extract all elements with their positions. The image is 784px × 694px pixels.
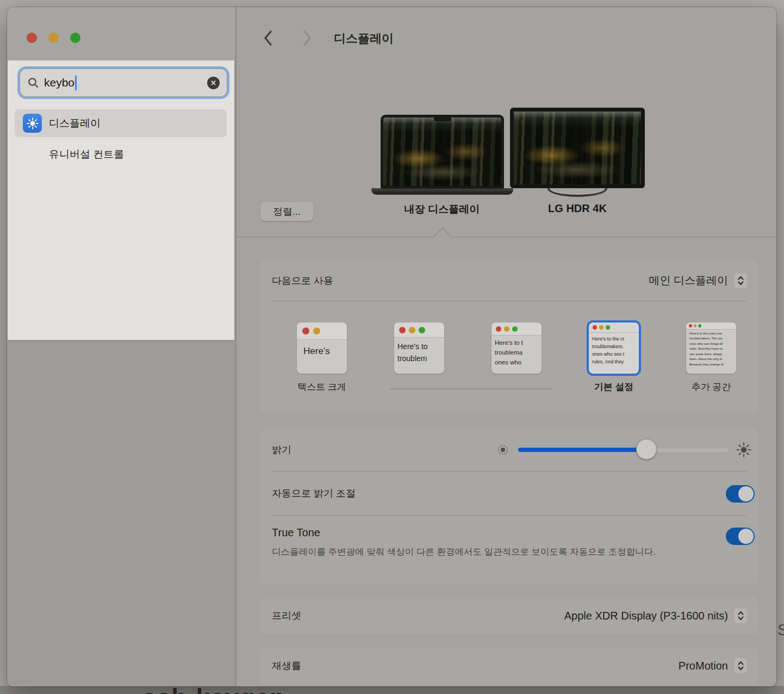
toggle-knob xyxy=(738,529,754,544)
arrange-button[interactable]: 정렬... xyxy=(260,201,314,221)
screenshot-stage: ssh-keygen S keybo ✕ xyxy=(0,0,784,694)
use-as-card: 다음으로 사용 메인 디스플레이 Here's Here's totrouble… xyxy=(260,260,758,413)
brightness-card: 밝기 xyxy=(260,429,758,585)
page-title: 디스플레이 xyxy=(334,30,394,47)
clear-search-icon[interactable]: ✕ xyxy=(207,77,220,89)
zoom-button[interactable] xyxy=(70,33,80,43)
sidebar-item-label: 유니버설 컨트롤 xyxy=(49,147,124,162)
brightness-low-icon xyxy=(497,444,509,456)
external-display-label: LG HDR 4K xyxy=(518,202,637,215)
sidebar: keybo ✕ xyxy=(7,7,235,686)
scaling-label-default: 기본 설정 xyxy=(576,381,652,393)
back-button[interactable] xyxy=(260,29,276,47)
use-as-dropdown[interactable] xyxy=(733,272,748,289)
slider-thumb[interactable] xyxy=(636,439,657,460)
use-as-label: 다음으로 사용 xyxy=(272,274,333,287)
wallpaper-image xyxy=(383,117,501,186)
brightness-slider[interactable] xyxy=(518,448,729,452)
selected-display-pointer xyxy=(433,227,453,247)
scaling-label-larger-text: 텍스트 크게 xyxy=(284,381,360,393)
scaling-option-more-space[interactable]: Here's to the crazy onetroublemakers. Th… xyxy=(686,323,736,374)
scaling-divider xyxy=(390,388,552,389)
brightness-label: 밝기 xyxy=(272,443,291,456)
refresh-rate-dropdown[interactable] xyxy=(733,658,748,674)
sidebar-item-universal-control[interactable]: 유니버설 컨트롤 xyxy=(15,143,227,166)
preset-label: 프리셋 xyxy=(272,609,301,622)
system-settings-window: keybo ✕ xyxy=(7,7,776,686)
preset-dropdown[interactable] xyxy=(733,608,748,624)
forward-button[interactable] xyxy=(300,29,315,47)
auto-brightness-toggle[interactable] xyxy=(726,485,755,503)
refresh-rate-value: ProMotion xyxy=(679,660,728,672)
search-icon xyxy=(27,77,39,89)
scaling-option-larger-text[interactable]: Here's xyxy=(297,323,347,374)
builtin-display-thumbnail[interactable] xyxy=(381,115,504,189)
mini-titlebar xyxy=(394,323,444,338)
refresh-rate-label: 재생률 xyxy=(272,659,301,672)
display-brightness-icon xyxy=(23,114,42,133)
true-tone-toggle[interactable] xyxy=(726,528,755,545)
mini-titlebar xyxy=(297,323,347,340)
true-tone-label: True Tone xyxy=(272,526,320,539)
scaling-option-3[interactable]: Here's to ttroublemaones who xyxy=(491,323,542,374)
sidebar-divider xyxy=(235,7,237,686)
true-tone-description: 디스플레이를 주변광에 맞춰 색상이 다른 환경에서도 일관적으로 보이도록 자… xyxy=(272,544,677,559)
background-strip xyxy=(0,686,784,694)
scaling-option-default[interactable]: Here's to the crtroublemakers.ones who s… xyxy=(589,323,639,374)
scaling-option-2[interactable]: Here's totroublem xyxy=(394,323,444,374)
close-button[interactable] xyxy=(27,33,37,43)
mini-titlebar xyxy=(491,323,542,336)
row-divider xyxy=(272,515,746,516)
brightness-high-icon xyxy=(736,442,752,458)
section-divider xyxy=(236,237,776,238)
titlebar[interactable] xyxy=(7,7,235,60)
mini-titlebar xyxy=(686,323,736,330)
background-right-text: S xyxy=(777,621,784,639)
search-input[interactable]: keybo ✕ xyxy=(20,69,227,97)
scaling-label-more-space: 추가 공간 xyxy=(673,381,749,393)
toggle-knob xyxy=(738,486,754,501)
preset-value: Apple XDR Display (P3-1600 nits) xyxy=(564,610,728,622)
camera-notch xyxy=(434,117,451,121)
text-caret xyxy=(75,76,77,90)
row-divider xyxy=(272,301,746,301)
sidebar-item-label: 디스플레이 xyxy=(49,116,101,131)
search-results-panel: keybo ✕ xyxy=(8,60,234,340)
use-as-value: 메인 디스플레이 xyxy=(649,273,728,288)
laptop-base xyxy=(371,188,513,195)
mini-titlebar xyxy=(589,323,639,333)
sidebar-item-display[interactable]: 디스플레이 xyxy=(15,109,227,137)
slider-fill xyxy=(518,448,646,452)
auto-brightness-label: 자동으로 밝기 조절 xyxy=(272,487,356,500)
preset-card: 프리셋 Apple XDR Display (P3-1600 nits) xyxy=(260,597,758,634)
builtin-display-label: 내장 디스플레이 xyxy=(382,202,502,216)
minimize-button[interactable] xyxy=(48,33,59,43)
search-value: keybo xyxy=(44,76,74,89)
wallpaper-image xyxy=(514,111,641,184)
external-display-thumbnail[interactable] xyxy=(510,108,645,188)
refresh-rate-card: 재생률 ProMotion xyxy=(260,647,758,684)
